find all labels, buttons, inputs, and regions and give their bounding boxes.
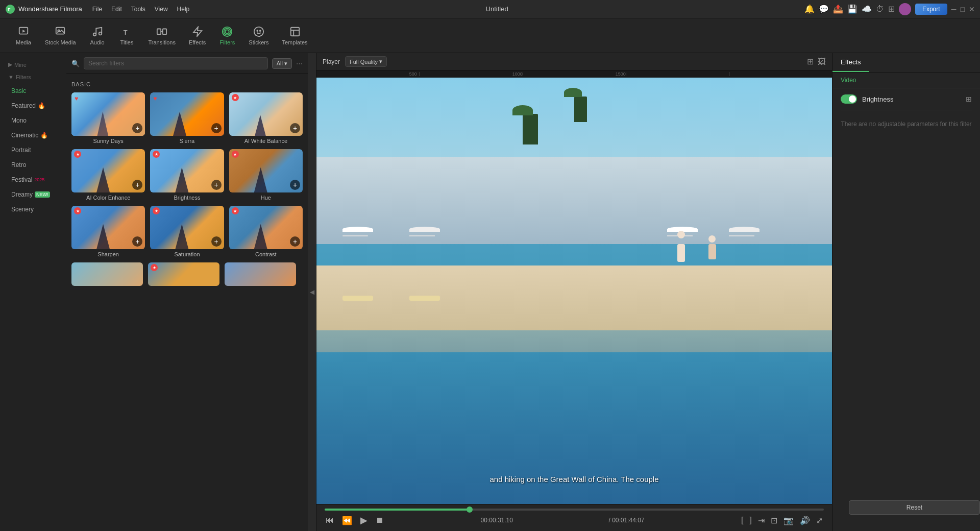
app-name: Wondershare Filmora: [18, 5, 82, 13]
progress-bar[interactable]: [325, 509, 824, 511]
fullscreen-btn[interactable]: ⤢: [815, 515, 824, 526]
filter-card-sharpen[interactable]: ★ + Sharpen: [71, 206, 145, 257]
user-avatar[interactable]: [899, 3, 911, 15]
filters-label: Filters: [16, 74, 31, 80]
video-player-panel: Player Full Quality ▾ ⊞ 🖼: [316, 53, 832, 531]
cat-cinematic[interactable]: Cinematic 🔥: [3, 128, 63, 142]
filter-card-brightness[interactable]: ★ + Brightness: [150, 149, 224, 201]
chevron-down-icon: ▾: [379, 58, 382, 65]
effects-tabs: Effects: [832, 53, 980, 73]
cat-cinematic-label: Cinematic: [11, 132, 38, 139]
tool-filters[interactable]: Filters: [214, 23, 240, 49]
tab-effects[interactable]: Effects: [832, 53, 869, 72]
filter-all-button[interactable]: All ▾: [272, 58, 292, 69]
tool-templates[interactable]: Templates: [277, 23, 312, 49]
brightness-toggle[interactable]: [841, 94, 857, 104]
rewind-button[interactable]: ⏮: [325, 515, 335, 526]
maximize-btn[interactable]: □: [961, 5, 965, 13]
filter-hue-name: Hue: [229, 195, 303, 201]
timer-icon[interactable]: ⏱: [876, 5, 884, 14]
add-hue-btn[interactable]: +: [290, 180, 300, 190]
svg-rect-7: [157, 29, 161, 34]
add-brightness-btn[interactable]: +: [211, 180, 222, 190]
controls-row: ⏮ ⏪ ▶ ⏹ 00:00:31.10 / 00:01:44:07 [ ] ⇥ …: [325, 514, 824, 527]
filter-card-sierra[interactable]: ♥ + Sierra: [150, 92, 224, 144]
cloud-icon[interactable]: ☁️: [862, 4, 872, 14]
quality-dropdown[interactable]: Full Quality ▾: [345, 56, 387, 67]
more-options-icon[interactable]: ⋯: [296, 60, 303, 67]
progress-thumb[interactable]: [467, 506, 473, 513]
in-point-btn[interactable]: [: [740, 515, 744, 526]
cat-scenery[interactable]: Scenery: [3, 202, 63, 216]
filter-card-hue[interactable]: ★ + Hue: [229, 149, 303, 201]
cat-retro[interactable]: Retro: [3, 158, 63, 172]
filter-card-saturation[interactable]: ★ + Saturation: [150, 206, 224, 257]
tool-titles-label: Titles: [120, 39, 134, 45]
reset-button[interactable]: Reset: [849, 500, 980, 515]
close-btn[interactable]: ✕: [969, 5, 975, 13]
cinematic-fire-icon: 🔥: [40, 132, 48, 139]
tool-effects-label: Effects: [189, 39, 206, 45]
cat-featured[interactable]: Featured 🔥: [3, 99, 63, 113]
add-sierra-btn[interactable]: +: [211, 123, 222, 133]
effect-info-button[interactable]: ⊞: [966, 95, 972, 103]
mine-collapse-icon[interactable]: ▶: [8, 61, 12, 68]
cat-retro-label: Retro: [11, 161, 26, 168]
cat-dreamy[interactable]: Dreamy NEW!: [3, 187, 63, 202]
add-saturation-btn[interactable]: +: [211, 236, 222, 247]
step-back-button[interactable]: ⏪: [341, 515, 353, 526]
layout-btn[interactable]: ⊡: [770, 515, 778, 526]
filter-card-contrast[interactable]: ★ + Contrast: [229, 206, 303, 257]
tool-stock[interactable]: Stock Media: [40, 23, 81, 49]
menu-file[interactable]: File: [92, 6, 102, 13]
add-color-btn[interactable]: +: [132, 180, 142, 190]
tool-titles[interactable]: T Titles: [114, 23, 140, 49]
svg-point-11: [226, 30, 229, 33]
search-input[interactable]: [84, 57, 268, 69]
snapshot-btn2[interactable]: 📷: [782, 515, 795, 526]
filter-contrast-name: Contrast: [229, 251, 303, 257]
tool-transitions[interactable]: Transitions: [143, 23, 181, 49]
save-icon[interactable]: 💾: [847, 4, 857, 14]
fit-screen-button[interactable]: ⊞: [807, 57, 814, 66]
cat-mono[interactable]: Mono: [3, 113, 63, 128]
menu-view[interactable]: View: [155, 6, 168, 13]
insert-btn[interactable]: ⇥: [757, 515, 766, 526]
filter-card-sunny[interactable]: ♥ + Sunny Days: [71, 92, 145, 144]
play-button[interactable]: ▶: [359, 514, 369, 527]
filter-sunny-name: Sunny Days: [71, 138, 145, 144]
tool-audio[interactable]: Audio: [84, 23, 111, 49]
cat-festival-label: Festival: [11, 176, 32, 183]
community-icon[interactable]: 💬: [819, 4, 829, 14]
notification-icon[interactable]: 🔔: [804, 4, 815, 14]
add-contrast-btn[interactable]: +: [290, 236, 300, 247]
filter-card-color[interactable]: ★ + AI Color Enhance: [71, 149, 145, 201]
minimize-btn[interactable]: ─: [951, 5, 957, 13]
grid-icon[interactable]: ⊞: [888, 4, 895, 14]
stop-button[interactable]: ⏹: [375, 515, 385, 526]
out-point-btn[interactable]: ]: [749, 515, 753, 526]
menu-tools[interactable]: Tools: [131, 6, 145, 13]
sub-tab-video[interactable]: Video: [832, 73, 980, 88]
menu-edit[interactable]: Edit: [111, 6, 122, 13]
tool-effects[interactable]: Effects: [184, 23, 211, 49]
cat-basic[interactable]: Basic: [3, 84, 63, 98]
menu-help[interactable]: Help: [177, 6, 190, 13]
speaker-btn[interactable]: 🔊: [799, 515, 811, 526]
filter-card-white[interactable]: ★ + AI White Balance: [229, 92, 303, 144]
filters-collapse-icon[interactable]: ▼: [8, 74, 14, 80]
share-icon[interactable]: 📤: [833, 4, 843, 14]
export-button[interactable]: Export: [915, 4, 947, 15]
svg-text:T: T: [123, 28, 127, 36]
snapshot-button[interactable]: 🖼: [818, 57, 826, 66]
tool-media[interactable]: Media: [10, 23, 37, 49]
filter-white-name: AI White Balance: [229, 138, 303, 144]
tool-stickers[interactable]: Stickers: [243, 23, 274, 49]
add-sharpen-btn[interactable]: +: [132, 236, 142, 247]
cat-portrait[interactable]: Portrait: [3, 143, 63, 157]
add-white-btn[interactable]: +: [290, 123, 300, 133]
cat-festival[interactable]: Festival 2025: [3, 173, 63, 187]
chevron-down-icon: ▾: [284, 60, 287, 67]
cat-portrait-label: Portrait: [11, 147, 31, 154]
panel-collapse-button[interactable]: ◀: [308, 53, 316, 531]
